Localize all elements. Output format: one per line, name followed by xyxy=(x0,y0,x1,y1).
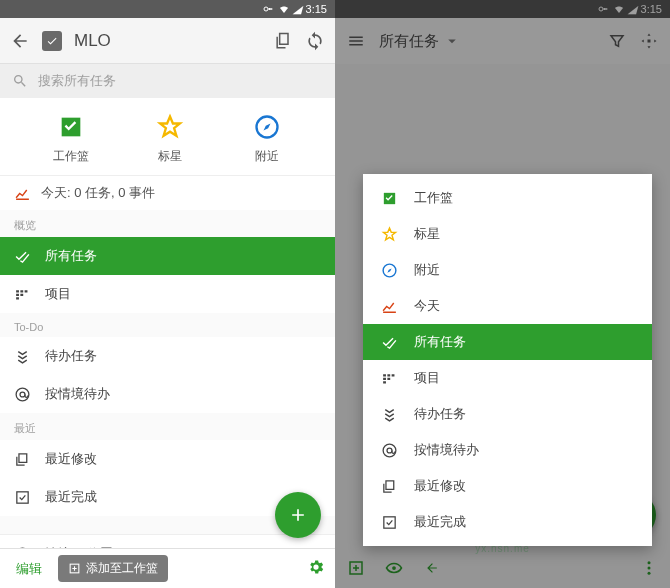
today-text: 今天: 0 任务, 0 事件 xyxy=(41,184,155,202)
row-label: 最近修改 xyxy=(45,450,97,468)
plus-box-icon xyxy=(68,562,81,575)
shortcut-star[interactable]: 标星 xyxy=(155,112,185,165)
wifi-icon xyxy=(278,3,290,15)
row-label: 项目 xyxy=(45,285,71,303)
checkall-icon xyxy=(14,248,31,265)
row-pending[interactable]: 待办任务 xyxy=(0,337,335,375)
screen-left: ◢ 3:15 MLO 搜索所有任务 工作篮 标星 附近 今天: 0 任务, 0 … xyxy=(0,0,335,588)
screen-right: ◢ 3:15 所有任务 ✦ 异星软件空间 yx.hsh.me 工作篮 标星 附近… xyxy=(335,0,670,588)
row-label: 所有任务 xyxy=(45,247,97,265)
popup-item-recent-mod[interactable]: 最近修改 xyxy=(363,468,652,504)
gear-icon xyxy=(307,558,325,576)
chip-label: 添加至工作篮 xyxy=(86,560,158,577)
app-header: MLO xyxy=(0,18,335,64)
row-label: 最近完成 xyxy=(45,488,97,506)
compass-icon xyxy=(253,113,281,141)
status-bar: ◢ 3:15 xyxy=(0,0,335,18)
shortcut-nearby[interactable]: 附近 xyxy=(252,112,282,165)
checkall-icon xyxy=(381,334,398,351)
popup-item-pending[interactable]: 待办任务 xyxy=(363,396,652,432)
bottom-bar: 编辑 添加至工作篮 xyxy=(0,548,335,588)
shortcut-label: 工作篮 xyxy=(53,148,89,165)
popup-item-nearby[interactable]: 附近 xyxy=(363,252,652,288)
popup-item-star[interactable]: 标星 xyxy=(363,216,652,252)
row-label: 按情境待办 xyxy=(45,385,110,403)
shortcut-label: 标星 xyxy=(158,148,182,165)
shortcut-row: 工作篮 标星 附近 xyxy=(0,98,335,175)
plus-icon xyxy=(288,505,308,525)
header-title: MLO xyxy=(74,31,261,51)
back-icon[interactable] xyxy=(10,31,30,51)
popup-item-today[interactable]: 今天 xyxy=(363,288,652,324)
chart-icon xyxy=(381,298,398,315)
section-overview: 概览 xyxy=(0,210,335,237)
popup-item-recent-done[interactable]: 最近完成 xyxy=(363,504,652,540)
copy-icon xyxy=(381,478,398,495)
row-projects[interactable]: 项目 xyxy=(0,275,335,313)
row-all-tasks[interactable]: 所有任务 xyxy=(0,237,335,275)
sync-icon[interactable] xyxy=(305,31,325,51)
inbox-icon xyxy=(57,113,85,141)
done-icon xyxy=(381,514,398,531)
at-icon xyxy=(14,386,31,403)
chevrons-icon xyxy=(381,406,398,423)
chevrons-icon xyxy=(14,348,31,365)
popup-item-projects[interactable]: 项目 xyxy=(363,360,652,396)
fab-add[interactable] xyxy=(275,492,321,538)
today-row[interactable]: 今天: 0 任务, 0 事件 xyxy=(0,175,335,210)
inbox-icon xyxy=(381,190,398,207)
settings-button[interactable] xyxy=(307,558,325,580)
project-icon xyxy=(381,370,398,387)
search-bar[interactable]: 搜索所有任务 xyxy=(0,64,335,98)
section-todo: To-Do xyxy=(0,313,335,337)
row-recent-modified[interactable]: 最近修改 xyxy=(0,440,335,478)
star-icon xyxy=(156,113,184,141)
search-icon xyxy=(12,73,28,89)
row-by-context[interactable]: 按情境待办 xyxy=(0,375,335,413)
key-icon xyxy=(262,3,274,15)
add-to-inbox-chip[interactable]: 添加至工作篮 xyxy=(58,555,168,582)
section-recent: 最近 xyxy=(0,413,335,440)
done-icon xyxy=(14,489,31,506)
popup-item-all[interactable]: 所有任务 xyxy=(363,324,652,360)
copy-icon xyxy=(14,451,31,468)
status-time: 3:15 xyxy=(306,3,327,15)
shortcut-inbox[interactable]: 工作篮 xyxy=(53,112,89,165)
star-icon xyxy=(381,226,398,243)
edit-button[interactable]: 编辑 xyxy=(10,560,48,578)
shortcut-label: 附近 xyxy=(255,148,279,165)
signal-icon: ◢ xyxy=(292,3,303,16)
popup-item-inbox[interactable]: 工作篮 xyxy=(363,180,652,216)
popup-item-context[interactable]: 按情境待办 xyxy=(363,432,652,468)
copy-icon[interactable] xyxy=(273,31,293,51)
row-label: 待办任务 xyxy=(45,347,97,365)
at-icon xyxy=(381,442,398,459)
project-icon xyxy=(14,286,31,303)
app-badge xyxy=(42,31,62,51)
search-placeholder: 搜索所有任务 xyxy=(38,72,116,90)
view-picker-popup: 工作篮 标星 附近 今天 所有任务 项目 待办任务 按情境待办 最近修改 最近完… xyxy=(363,174,652,546)
compass-icon xyxy=(381,262,398,279)
chart-icon xyxy=(14,185,31,202)
